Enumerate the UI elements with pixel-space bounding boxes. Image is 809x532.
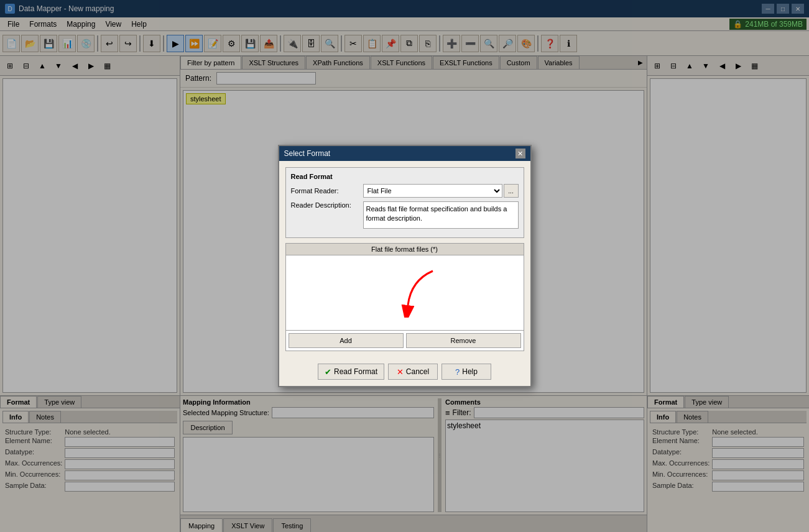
reader-description-text: Reads flat file format specification and…: [363, 201, 519, 229]
red-arrow-indicator: [392, 268, 442, 318]
file-section-header: Flat file format files (*): [286, 244, 524, 255]
help-label: Help: [462, 367, 478, 376]
format-reader-browse-button[interactable]: ...: [504, 184, 519, 198]
format-reader-select[interactable]: Flat File XML CSV JSON: [363, 184, 502, 198]
reader-description-row: Reader Description: Reads flat file form…: [291, 201, 519, 229]
read-format-group: Read Format Format Reader: Flat File XML…: [285, 167, 524, 238]
dialog-footer: ✔ Read Format ✕ Cancel ? Help: [279, 360, 530, 386]
help-dialog-button[interactable]: ? Help: [441, 364, 491, 380]
select-format-dialog: Select Format ✕ Read Format Format Reade…: [278, 145, 532, 387]
cancel-button[interactable]: ✕ Cancel: [388, 364, 438, 380]
remove-file-button[interactable]: Remove: [406, 333, 521, 348]
dialog-body: Read Format Format Reader: Flat File XML…: [279, 161, 530, 360]
format-reader-label: Format Reader:: [291, 187, 359, 195]
file-list[interactable]: [286, 255, 524, 330]
format-reader-select-wrap: Flat File XML CSV JSON ...: [363, 184, 519, 198]
cancel-icon: ✕: [397, 367, 404, 377]
checkmark-icon: ✔: [325, 367, 331, 377]
read-format-button[interactable]: ✔ Read Format: [318, 364, 384, 380]
dialog-close-button[interactable]: ✕: [515, 149, 525, 158]
add-file-button[interactable]: Add: [289, 333, 404, 348]
cancel-label: Cancel: [406, 367, 429, 376]
dialog-title: Select Format: [284, 149, 331, 158]
file-buttons: Add Remove: [286, 330, 524, 351]
read-format-group-title: Read Format: [291, 173, 519, 180]
reader-description-label: Reader Description:: [291, 201, 359, 209]
dialog-title-bar: Select Format ✕: [279, 146, 530, 161]
modal-overlay: Select Format ✕ Read Format Format Reade…: [0, 0, 809, 532]
help-icon: ?: [455, 367, 460, 377]
file-section: Flat file format files (*) Add: [285, 243, 524, 351]
read-format-label: Read Format: [334, 367, 377, 376]
format-reader-row: Format Reader: Flat File XML CSV JSON ..…: [291, 184, 519, 198]
